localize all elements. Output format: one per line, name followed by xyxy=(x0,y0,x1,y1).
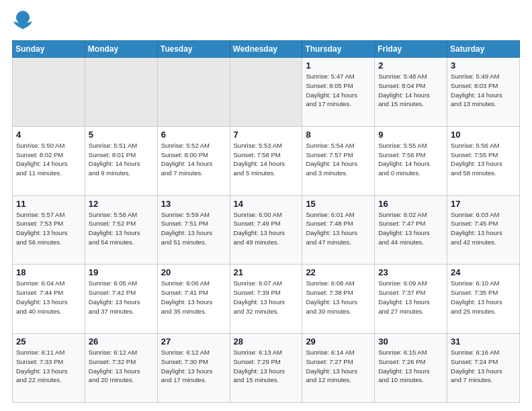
calendar-header-row: SundayMondayTuesdayWednesdayThursdayFrid… xyxy=(13,41,520,58)
calendar-cell: 22Sunrise: 6:08 AM Sunset: 7:38 PM Dayli… xyxy=(302,265,375,334)
calendar-week-row: 25Sunrise: 6:11 AM Sunset: 7:33 PM Dayli… xyxy=(13,334,520,403)
day-info: Sunrise: 5:52 AM Sunset: 8:00 PM Dayligh… xyxy=(161,141,226,178)
day-number: 1 xyxy=(306,60,371,71)
weekday-header: Sunday xyxy=(13,41,85,58)
calendar-cell: 6Sunrise: 5:52 AM Sunset: 8:00 PM Daylig… xyxy=(157,126,230,195)
day-info: Sunrise: 6:01 AM Sunset: 7:48 PM Dayligh… xyxy=(306,210,371,247)
day-number: 20 xyxy=(161,267,226,277)
calendar-cell: 31Sunrise: 6:16 AM Sunset: 7:24 PM Dayli… xyxy=(447,334,520,403)
day-info: Sunrise: 6:09 AM Sunset: 7:37 PM Dayligh… xyxy=(378,279,443,316)
day-number: 26 xyxy=(89,336,154,347)
calendar-cell: 3Sunrise: 5:49 AM Sunset: 8:03 PM Daylig… xyxy=(447,58,520,127)
weekday-header: Saturday xyxy=(447,41,520,58)
day-number: 11 xyxy=(16,199,81,209)
day-number: 22 xyxy=(306,267,371,277)
calendar-cell: 26Sunrise: 6:12 AM Sunset: 7:32 PM Dayli… xyxy=(85,334,157,403)
day-info: Sunrise: 6:15 AM Sunset: 7:26 PM Dayligh… xyxy=(378,348,443,385)
calendar-cell: 18Sunrise: 6:04 AM Sunset: 7:44 PM Dayli… xyxy=(13,265,85,334)
calendar-cell: 27Sunrise: 6:12 AM Sunset: 7:30 PM Dayli… xyxy=(157,334,230,403)
day-info: Sunrise: 6:08 AM Sunset: 7:38 PM Dayligh… xyxy=(306,279,371,316)
calendar-cell xyxy=(230,58,302,127)
calendar-cell: 19Sunrise: 6:05 AM Sunset: 7:42 PM Dayli… xyxy=(85,265,157,334)
day-number: 8 xyxy=(306,130,371,140)
calendar-cell: 14Sunrise: 6:00 AM Sunset: 7:49 PM Dayli… xyxy=(230,195,302,265)
weekday-header: Friday xyxy=(375,41,447,58)
day-info: Sunrise: 6:11 AM Sunset: 7:33 PM Dayligh… xyxy=(16,348,81,385)
calendar-cell: 29Sunrise: 6:14 AM Sunset: 7:27 PM Dayli… xyxy=(302,334,375,403)
day-number: 9 xyxy=(378,130,443,140)
day-number: 24 xyxy=(451,267,516,277)
day-number: 19 xyxy=(89,267,154,277)
day-number: 4 xyxy=(16,130,81,140)
calendar-cell: 9Sunrise: 5:55 AM Sunset: 7:56 PM Daylig… xyxy=(375,126,447,195)
calendar-table: SundayMondayTuesdayWednesdayThursdayFrid… xyxy=(12,40,520,403)
calendar-cell: 4Sunrise: 5:50 AM Sunset: 8:02 PM Daylig… xyxy=(13,126,85,195)
calendar-cell: 20Sunrise: 6:06 AM Sunset: 7:41 PM Dayli… xyxy=(157,265,230,334)
day-number: 28 xyxy=(234,336,299,347)
day-info: Sunrise: 6:12 AM Sunset: 7:30 PM Dayligh… xyxy=(161,348,226,385)
calendar-cell: 23Sunrise: 6:09 AM Sunset: 7:37 PM Dayli… xyxy=(375,265,447,334)
day-number: 21 xyxy=(234,267,299,277)
day-info: Sunrise: 5:53 AM Sunset: 7:58 PM Dayligh… xyxy=(234,141,299,178)
calendar-body: 1Sunrise: 5:47 AM Sunset: 8:05 PM Daylig… xyxy=(13,58,520,403)
header xyxy=(12,12,520,34)
day-number: 18 xyxy=(16,267,81,277)
day-info: Sunrise: 6:14 AM Sunset: 7:27 PM Dayligh… xyxy=(306,348,371,385)
calendar-cell: 11Sunrise: 5:57 AM Sunset: 7:53 PM Dayli… xyxy=(13,195,85,265)
calendar-week-row: 4Sunrise: 5:50 AM Sunset: 8:02 PM Daylig… xyxy=(13,126,520,195)
weekday-header: Tuesday xyxy=(157,41,230,58)
calendar-cell: 16Sunrise: 6:02 AM Sunset: 7:47 PM Dayli… xyxy=(375,195,447,265)
calendar-cell: 12Sunrise: 5:58 AM Sunset: 7:52 PM Dayli… xyxy=(85,195,157,265)
calendar-cell: 2Sunrise: 5:48 AM Sunset: 8:04 PM Daylig… xyxy=(375,58,447,127)
calendar-cell xyxy=(13,58,85,127)
weekday-header: Monday xyxy=(85,41,157,58)
day-info: Sunrise: 5:49 AM Sunset: 8:03 PM Dayligh… xyxy=(451,72,516,109)
day-info: Sunrise: 5:54 AM Sunset: 7:57 PM Dayligh… xyxy=(306,141,371,178)
day-info: Sunrise: 5:47 AM Sunset: 8:05 PM Dayligh… xyxy=(306,72,371,109)
calendar-cell xyxy=(85,58,157,127)
weekday-header: Wednesday xyxy=(230,41,302,58)
day-info: Sunrise: 5:57 AM Sunset: 7:53 PM Dayligh… xyxy=(16,210,81,247)
day-info: Sunrise: 6:02 AM Sunset: 7:47 PM Dayligh… xyxy=(378,210,443,247)
day-number: 7 xyxy=(234,130,299,140)
day-number: 12 xyxy=(89,199,154,209)
day-number: 23 xyxy=(378,267,443,277)
day-number: 5 xyxy=(89,130,154,140)
day-info: Sunrise: 5:51 AM Sunset: 8:01 PM Dayligh… xyxy=(89,141,154,178)
day-number: 10 xyxy=(451,130,516,140)
calendar-cell: 25Sunrise: 6:11 AM Sunset: 7:33 PM Dayli… xyxy=(13,334,85,403)
calendar-cell: 10Sunrise: 5:56 AM Sunset: 7:55 PM Dayli… xyxy=(447,126,520,195)
logo xyxy=(12,12,32,34)
calendar-cell: 8Sunrise: 5:54 AM Sunset: 7:57 PM Daylig… xyxy=(302,126,375,195)
day-info: Sunrise: 6:12 AM Sunset: 7:32 PM Dayligh… xyxy=(89,348,154,385)
day-info: Sunrise: 6:04 AM Sunset: 7:44 PM Dayligh… xyxy=(16,279,81,316)
calendar-cell: 28Sunrise: 6:13 AM Sunset: 7:29 PM Dayli… xyxy=(230,334,302,403)
day-number: 15 xyxy=(306,199,371,209)
day-info: Sunrise: 6:07 AM Sunset: 7:39 PM Dayligh… xyxy=(234,279,299,316)
day-info: Sunrise: 6:00 AM Sunset: 7:49 PM Dayligh… xyxy=(234,210,299,247)
calendar-cell: 21Sunrise: 6:07 AM Sunset: 7:39 PM Dayli… xyxy=(230,265,302,334)
day-info: Sunrise: 6:03 AM Sunset: 7:45 PM Dayligh… xyxy=(451,210,516,247)
day-number: 30 xyxy=(378,336,443,347)
day-number: 25 xyxy=(16,336,81,347)
day-info: Sunrise: 6:10 AM Sunset: 7:35 PM Dayligh… xyxy=(451,279,516,316)
weekday-header: Thursday xyxy=(302,41,375,58)
day-info: Sunrise: 5:58 AM Sunset: 7:52 PM Dayligh… xyxy=(89,210,154,247)
day-number: 17 xyxy=(451,199,516,209)
day-info: Sunrise: 5:59 AM Sunset: 7:51 PM Dayligh… xyxy=(161,210,226,247)
calendar-cell xyxy=(157,58,230,127)
day-number: 16 xyxy=(378,199,443,209)
day-info: Sunrise: 6:16 AM Sunset: 7:24 PM Dayligh… xyxy=(451,348,516,385)
calendar-cell: 30Sunrise: 6:15 AM Sunset: 7:26 PM Dayli… xyxy=(375,334,447,403)
calendar-cell: 15Sunrise: 6:01 AM Sunset: 7:48 PM Dayli… xyxy=(302,195,375,265)
day-info: Sunrise: 5:48 AM Sunset: 8:04 PM Dayligh… xyxy=(378,72,443,109)
day-number: 27 xyxy=(161,336,226,347)
day-info: Sunrise: 5:56 AM Sunset: 7:55 PM Dayligh… xyxy=(451,141,516,178)
day-number: 13 xyxy=(161,199,226,209)
day-info: Sunrise: 5:55 AM Sunset: 7:56 PM Dayligh… xyxy=(378,141,443,178)
calendar-cell: 5Sunrise: 5:51 AM Sunset: 8:01 PM Daylig… xyxy=(85,126,157,195)
day-number: 2 xyxy=(378,60,443,71)
day-info: Sunrise: 6:13 AM Sunset: 7:29 PM Dayligh… xyxy=(234,348,299,385)
day-info: Sunrise: 6:06 AM Sunset: 7:41 PM Dayligh… xyxy=(161,279,226,316)
calendar-week-row: 11Sunrise: 5:57 AM Sunset: 7:53 PM Dayli… xyxy=(13,195,520,265)
